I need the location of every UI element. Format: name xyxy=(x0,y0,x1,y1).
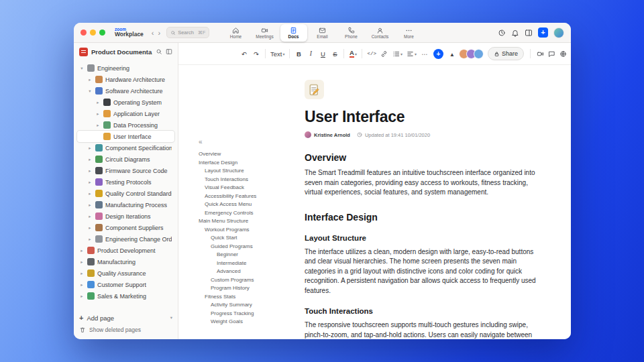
outline-item[interactable]: Advanced xyxy=(199,267,275,276)
outline-item[interactable]: Activity Summary xyxy=(199,301,275,310)
list-button[interactable]: ▾ xyxy=(391,48,404,60)
chevron-icon[interactable]: ▸ xyxy=(87,214,93,219)
panel-icon[interactable] xyxy=(525,29,533,37)
tree-item[interactable]: ▾ Software Architecture xyxy=(77,85,174,97)
new-button[interactable]: + xyxy=(538,27,548,38)
underline-button[interactable]: U xyxy=(317,48,328,60)
chevron-down-icon[interactable]: ▾ xyxy=(170,315,172,320)
outline-item[interactable]: Interface Design xyxy=(199,159,275,168)
more-formatting-button[interactable]: ⋯ xyxy=(419,48,430,60)
chevron-icon[interactable]: ▸ xyxy=(95,111,101,117)
chevron-icon[interactable]: ▸ xyxy=(87,77,93,82)
chevron-icon[interactable]: ▸ xyxy=(95,123,101,128)
tree-item[interactable]: ▸ Application Layer xyxy=(77,108,174,119)
link-button[interactable] xyxy=(379,48,390,60)
workspace-title[interactable]: Product Documenta... xyxy=(91,48,152,56)
tree-item[interactable]: ▸ Sales & Marketing xyxy=(77,290,174,302)
outline-item[interactable]: Workout Programs xyxy=(199,226,275,235)
insert-plus-button[interactable]: + xyxy=(433,49,443,59)
tab-more[interactable]: More xyxy=(396,24,423,42)
user-avatar[interactable] xyxy=(553,27,564,38)
tree-item[interactable]: ▸ Manufacturing xyxy=(77,256,174,267)
collaborator-avatar[interactable] xyxy=(474,49,484,59)
chevron-icon[interactable]: ▸ xyxy=(95,100,101,105)
bold-button[interactable]: B xyxy=(293,48,304,60)
outline-item[interactable]: Guided Programs xyxy=(199,243,275,251)
outline-item[interactable]: Emergency Controls xyxy=(199,209,275,218)
fullscreen-window-button[interactable] xyxy=(99,29,105,36)
text-color-button[interactable]: A▾ xyxy=(347,48,358,60)
outline-item[interactable]: Program History xyxy=(199,284,275,293)
tree-item[interactable]: ▸ Component Specifications xyxy=(77,142,174,154)
chevron-icon[interactable]: ▸ xyxy=(79,259,85,265)
show-deleted-pages-button[interactable]: Show deleted pages xyxy=(79,324,172,335)
globe-icon[interactable] xyxy=(559,50,567,58)
outline-item[interactable]: Fitness Stats xyxy=(199,293,275,302)
collapse-outline-button[interactable]: « xyxy=(199,139,275,145)
undo-button[interactable]: ↶ xyxy=(239,48,250,60)
forward-button[interactable]: › xyxy=(156,29,163,37)
tree-item[interactable]: ▸ Component Suppliers xyxy=(77,222,174,233)
tab-home[interactable]: Home xyxy=(223,24,250,42)
share-button[interactable]: Share xyxy=(488,47,524,60)
tree-item[interactable]: ▸ Data Processing xyxy=(77,119,174,131)
collapse-sidebar-icon[interactable] xyxy=(166,48,172,55)
outline-item[interactable]: Weight Goals xyxy=(199,318,275,326)
tree-item[interactable]: ▾ Engineering xyxy=(77,62,174,74)
add-page-button[interactable]: + Add page ▾ xyxy=(79,312,172,324)
notifications-icon[interactable] xyxy=(511,29,519,37)
tab-meetings[interactable]: Meetings xyxy=(252,24,278,42)
tab-phone[interactable]: Phone xyxy=(338,24,365,42)
outline-item[interactable]: Touch Interactions xyxy=(199,176,275,184)
chevron-icon[interactable]: ▸ xyxy=(87,225,93,231)
tree-item[interactable]: ▸ Product Development xyxy=(77,245,174,256)
global-search[interactable]: Search ⌘F xyxy=(166,27,209,38)
outline-item[interactable]: Quick Start xyxy=(199,234,275,243)
outline-item[interactable]: Visual Feedback xyxy=(199,184,275,192)
tree-item[interactable]: ▸ Quality Assurance xyxy=(77,267,174,279)
chevron-icon[interactable]: ▸ xyxy=(87,145,93,151)
tree-item[interactable]: ▸ Circuit Diagrams xyxy=(77,154,174,165)
tree-item[interactable]: ▸ Operating System xyxy=(77,97,174,108)
outline-item[interactable]: Custom Programs xyxy=(199,276,275,285)
text-style-dropdown[interactable]: Text▾ xyxy=(269,48,286,60)
minimize-window-button[interactable] xyxy=(90,29,96,36)
italic-button[interactable]: I xyxy=(305,48,316,60)
comment-icon[interactable] xyxy=(548,50,555,58)
chevron-icon[interactable]: ▸ xyxy=(79,271,85,276)
tab-contacts[interactable]: Contacts xyxy=(367,24,394,42)
chevron-icon[interactable]: ▸ xyxy=(87,191,93,196)
chevron-icon[interactable]: ▸ xyxy=(79,294,85,299)
outline-item[interactable]: Layout Structure xyxy=(199,167,275,176)
redo-button[interactable]: ↷ xyxy=(251,48,262,60)
strikethrough-button[interactable]: S xyxy=(329,48,340,60)
outline-item[interactable]: Accessibility Features xyxy=(199,192,275,201)
tree-item[interactable]: ▸ Quality Control Standards xyxy=(77,188,174,199)
outline-item[interactable]: Quick Access Menu xyxy=(199,200,275,209)
tree-item[interactable]: ▸ Design Iterations xyxy=(77,210,174,222)
chevron-icon[interactable]: ▸ xyxy=(87,168,93,174)
outline-item[interactable]: Intermediate xyxy=(199,259,275,268)
tree-item[interactable]: ▸ Hardware Architecture xyxy=(77,74,174,85)
code-button[interactable]: </> xyxy=(366,48,378,60)
outline-item[interactable]: Beginner xyxy=(199,251,275,259)
chevron-icon[interactable]: ▸ xyxy=(79,248,85,253)
tab-email[interactable]: Email xyxy=(309,24,336,42)
tree-item[interactable]: ▸ Engineering Change Orders xyxy=(77,233,174,245)
chevron-icon[interactable]: ▸ xyxy=(79,282,85,288)
tree-item[interactable]: User Interface xyxy=(77,131,174,142)
chevron-icon[interactable]: ▸ xyxy=(87,202,93,208)
collapse-toolbar-button[interactable]: ▴ xyxy=(447,48,458,60)
search-icon[interactable] xyxy=(156,48,162,55)
chevron-icon[interactable]: ▾ xyxy=(79,66,85,71)
chevron-icon[interactable]: ▸ xyxy=(87,237,93,242)
chevron-icon[interactable]: ▸ xyxy=(87,180,93,185)
chevron-icon[interactable]: ▸ xyxy=(87,157,93,162)
tree-item[interactable]: ▸ Firmware Source Code xyxy=(77,165,174,176)
chevron-icon[interactable]: ▾ xyxy=(87,88,93,94)
outline-item[interactable]: Overview xyxy=(199,150,275,159)
align-button[interactable]: ▾ xyxy=(405,48,418,60)
back-button[interactable]: ‹ xyxy=(150,29,156,37)
tree-item[interactable]: ▸ Customer Support xyxy=(77,279,174,290)
tab-docs[interactable]: Docs xyxy=(280,24,307,42)
